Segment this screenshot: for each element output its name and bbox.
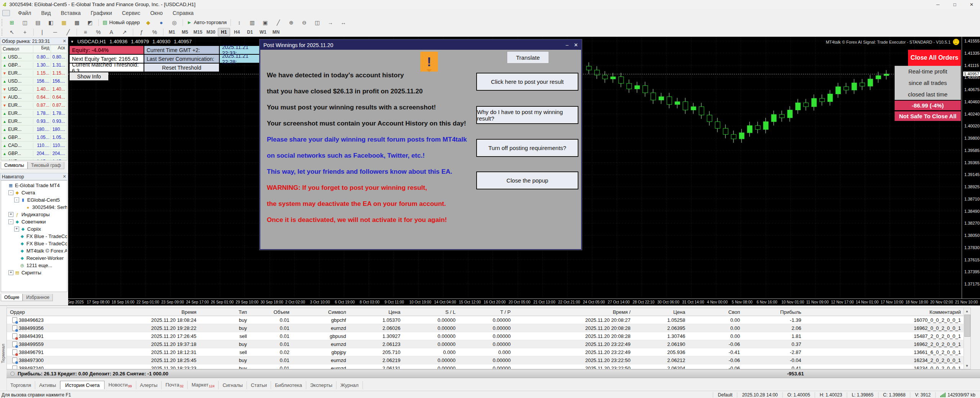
market-watch-row[interactable]: ▼EUR...1.15...1.15... bbox=[1, 69, 67, 77]
history-table-row[interactable]: 3884966232025.11.20 18:08:24buy0.01gbpch… bbox=[7, 316, 970, 324]
column-header-type[interactable]: Тип bbox=[199, 308, 250, 316]
terminal-tab-Журнал[interactable]: Журнал bbox=[336, 381, 363, 389]
terminal-tab-Новости[interactable]: Новости99 bbox=[105, 381, 136, 389]
tree-item-expert[interactable]: ◆Receiver-Worker bbox=[1, 254, 67, 262]
menu-Окно[interactable]: Окно bbox=[145, 9, 168, 17]
percent-icon[interactable]: % bbox=[149, 28, 161, 37]
indicators-icon[interactable]: ƒ bbox=[136, 28, 148, 37]
column-header-tp[interactable]: T / P bbox=[459, 308, 514, 316]
scroll-down-icon[interactable]: ▼ bbox=[964, 363, 970, 369]
history-table-row[interactable]: 3884967912025.11.20 18:12:31sell0.02gbpj… bbox=[7, 348, 970, 356]
bar-chart-icon[interactable]: ▥ bbox=[246, 18, 258, 27]
market-watch-row[interactable]: ▲USD...0.80...0.80... bbox=[1, 53, 67, 61]
metaeditor-icon[interactable]: ◆ bbox=[142, 18, 154, 27]
navigator-icon[interactable]: ▦ bbox=[58, 18, 70, 27]
terminal-tab-Маркет[interactable]: Маркет124 bbox=[188, 381, 219, 389]
tree-item-indicators[interactable]: +ƒИндикаторы bbox=[1, 211, 67, 218]
chart-shift-icon[interactable]: ↔ bbox=[337, 18, 350, 27]
market-watch-row[interactable]: ▲EUR...180....180.... bbox=[1, 126, 67, 134]
new-chart-icon[interactable]: ⊞ bbox=[6, 18, 18, 27]
tree-item-mt4-logo[interactable]: ▦E-Global Trade MT4 bbox=[1, 182, 67, 189]
fibonacci-icon[interactable]: % bbox=[92, 28, 105, 37]
menu-Файл[interactable]: Файл bbox=[13, 9, 36, 17]
terminal-panel-icon[interactable]: ▩ bbox=[71, 18, 83, 27]
data-window-icon[interactable]: ◧ bbox=[45, 18, 57, 27]
h-line-icon[interactable]: ─ bbox=[49, 28, 61, 37]
tree-item-server[interactable]: -▮EGlobal-Cent5 bbox=[1, 196, 67, 204]
column-header-comment[interactable]: Комментарий bbox=[804, 308, 964, 316]
community-icon[interactable]: ◎ bbox=[168, 18, 180, 27]
history-table-row[interactable]: 3884993562025.11.20 19:28:22buy0.01eurnz… bbox=[7, 324, 970, 332]
timeframe-D1[interactable]: D1 bbox=[244, 28, 256, 36]
history-table-row[interactable]: 3884943912025.11.20 17:26:45sell0.01gbpu… bbox=[7, 332, 970, 340]
tab-Общие[interactable]: Общие bbox=[1, 294, 23, 301]
timeframe-M1[interactable]: M1 bbox=[166, 28, 178, 36]
column-header-price2[interactable]: Цена bbox=[634, 308, 688, 316]
tab-Тиковый граф[interactable]: Тиковый граф bbox=[28, 162, 64, 169]
terminal-tab-Алерты[interactable]: Алерты bbox=[136, 381, 162, 389]
terminal-tab-Активы[interactable]: Активы bbox=[35, 381, 60, 389]
column-header-price[interactable]: Цена bbox=[349, 308, 403, 316]
show-info-button[interactable]: Show Info bbox=[70, 72, 108, 80]
new-order-button[interactable]: ▤Новый ордер bbox=[101, 18, 141, 27]
market-watch-row[interactable]: ▲CAD...110....110.... bbox=[1, 142, 67, 150]
tree-item-expert[interactable]: ◆FX Blue - TradeCop... bbox=[1, 240, 67, 247]
tree-item-scripts[interactable]: +▤Скрипты bbox=[1, 269, 67, 276]
market-watch-row[interactable]: ▼EUR...0.87...0.87... bbox=[1, 101, 67, 109]
candle-chart-icon[interactable]: ▣ bbox=[259, 18, 271, 27]
collapse-icon[interactable]: ▼ bbox=[70, 40, 74, 44]
timeframe-H1[interactable]: H1 bbox=[218, 28, 230, 36]
terminal-tab-Библиотека[interactable]: Библиотека bbox=[271, 381, 306, 389]
text-label-icon[interactable]: A bbox=[105, 28, 118, 37]
timeframe-M15[interactable]: M15 bbox=[192, 28, 204, 36]
column-header-volume[interactable]: Объем bbox=[250, 308, 292, 316]
price-scale[interactable]: 1.415551.413351.411151.408951.406751.404… bbox=[962, 37, 980, 298]
market-watch-row[interactable]: ▲GBP...204....204.... bbox=[1, 150, 67, 158]
market-watch-row[interactable]: ▲GBP...1.30...1.31... bbox=[1, 61, 67, 69]
updown-icon[interactable]: ↕ bbox=[233, 18, 245, 27]
terminal-side-tab[interactable]: Терминал bbox=[0, 306, 7, 398]
history-table-row[interactable]: 3884972402025.11.20 18:23:23buy0.01eurnz… bbox=[7, 364, 970, 369]
auto-trading-button[interactable]: ►Авто-торговля bbox=[185, 18, 228, 27]
tab-Символы[interactable]: Символы bbox=[1, 162, 28, 169]
market-watch-row[interactable]: ▲GBP...1.05...1.05... bbox=[1, 134, 67, 142]
collapse-icon[interactable]: - bbox=[8, 219, 13, 224]
timeframe-M5[interactable]: M5 bbox=[179, 28, 191, 36]
market-watch-close-icon[interactable]: ✕ bbox=[63, 39, 66, 44]
restore-icon[interactable]: □ bbox=[946, 0, 963, 9]
column-header-order[interactable]: Ордер bbox=[7, 308, 115, 316]
terminal-tab-Эксперты[interactable]: Эксперты bbox=[306, 381, 336, 389]
table-scrollbar[interactable]: ▲▼ bbox=[964, 308, 970, 369]
history-table-row[interactable]: 3884973002025.11.20 18:25:45buy0.01eurnz… bbox=[7, 356, 970, 364]
market-watch-row[interactable]: ▼AUD...0.64...0.64... bbox=[1, 93, 67, 101]
post-result-button[interactable]: Click here to post your result bbox=[476, 73, 578, 91]
minimize-icon[interactable]: ─ bbox=[929, 0, 946, 9]
auto-scroll-icon[interactable]: → bbox=[324, 18, 336, 27]
expand-icon[interactable]: + bbox=[14, 227, 19, 232]
market-watch-row[interactable]: ▼USD...1.40...1.40... bbox=[1, 85, 67, 93]
close-popup-button[interactable]: Close the popup bbox=[476, 171, 578, 189]
expand-icon[interactable]: + bbox=[8, 212, 13, 217]
tree-item-experts[interactable]: -◆Советники bbox=[1, 218, 67, 225]
terminal-tab-Статьи[interactable]: Статьи bbox=[247, 381, 271, 389]
tree-item-user[interactable]: ●30025494: Serh... bbox=[1, 204, 67, 211]
profiles-icon[interactable]: ◫ bbox=[19, 18, 31, 27]
tab-Избранное[interactable]: Избранное bbox=[23, 294, 53, 301]
dialog-minimize-icon[interactable]: – bbox=[566, 42, 568, 48]
timeframe-H4[interactable]: H4 bbox=[231, 28, 243, 36]
menu-Сервис[interactable]: Сервис bbox=[117, 9, 145, 17]
tree-item-more[interactable]: ◎1211 еще... bbox=[1, 262, 67, 269]
menu-Вид[interactable]: Вид bbox=[36, 9, 56, 17]
tree-item-expert[interactable]: ◆FX Blue - TradeCop... bbox=[1, 233, 67, 240]
reset-threshold-button[interactable]: Reset Threshold bbox=[144, 64, 219, 72]
column-header-time[interactable]: Время bbox=[115, 308, 199, 316]
menu-Графики[interactable]: Графики bbox=[86, 9, 117, 17]
arrows-tool-icon[interactable]: ↗ bbox=[118, 28, 131, 37]
market-watch-row[interactable]: ▲EUR...0.93...0.93... bbox=[1, 117, 67, 126]
zoom-in-icon[interactable]: ⊕ bbox=[285, 18, 297, 27]
terminal-tab-Почта[interactable]: Почта32 bbox=[162, 381, 188, 389]
collapse-icon[interactable]: - bbox=[14, 197, 19, 202]
history-table-row[interactable]: 3884995592025.11.20 19:37:18buy0.01eurnz… bbox=[7, 340, 970, 348]
timeframe-MN[interactable]: MN bbox=[270, 28, 282, 36]
scroll-up-icon[interactable]: ▲ bbox=[964, 308, 970, 314]
